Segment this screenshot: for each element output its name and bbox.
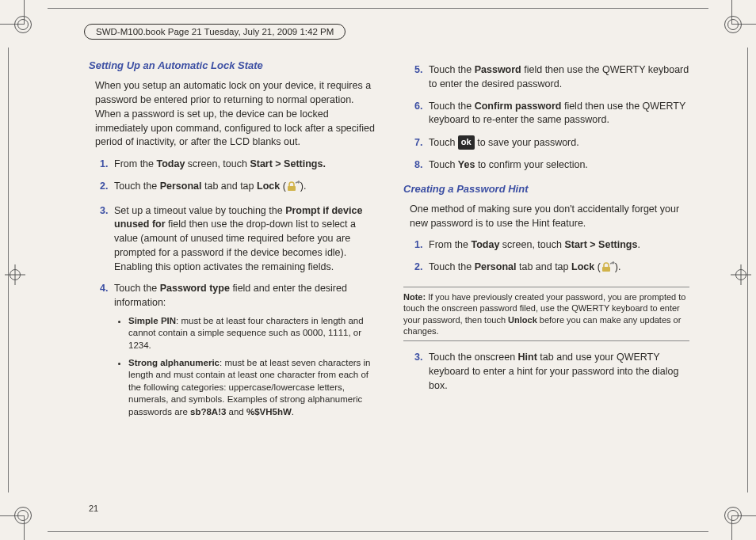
ui-label: Today bbox=[157, 158, 185, 169]
section-title: Setting Up an Automatic Lock State bbox=[89, 59, 375, 73]
ui-label: Password type bbox=[160, 283, 230, 294]
registration-mark bbox=[724, 507, 742, 524]
step-text: Touch the bbox=[429, 64, 475, 75]
ui-label: Personal bbox=[160, 181, 202, 192]
section-intro: One method of making sure you don't acci… bbox=[410, 203, 689, 231]
page: SWD-M100.book Page 21 Tuesday, July 21, … bbox=[55, 24, 701, 516]
step-item: From the Today screen, touch Start > Set… bbox=[426, 238, 689, 253]
registration-mark bbox=[14, 507, 32, 524]
sub-text: and bbox=[226, 407, 246, 416]
sub-text: . bbox=[292, 407, 294, 416]
step-text: ( bbox=[594, 261, 601, 272]
password-example: %$VH5hW bbox=[246, 407, 292, 416]
step-text: Touch the bbox=[114, 283, 160, 294]
ui-label: Simple PIN bbox=[128, 316, 176, 325]
left-column: Setting Up an Automatic Lock State When … bbox=[89, 59, 375, 426]
ui-label: Yes bbox=[458, 159, 475, 170]
sub-list: Simple PIN: must be at least four charac… bbox=[114, 315, 375, 418]
registration-cross bbox=[734, 268, 748, 282]
sub-item: Simple PIN: must be at least four charac… bbox=[128, 315, 375, 352]
step-text: ( bbox=[280, 181, 286, 192]
step-item: From the Today screen, touch Start > Set… bbox=[111, 158, 375, 172]
step-text: Touch the bbox=[429, 261, 475, 272]
right-column: Touch the Password field then use the QW… bbox=[403, 59, 689, 426]
note-label: Note: bbox=[403, 292, 426, 302]
section-intro: When you setup an automatic lock on your… bbox=[95, 79, 375, 150]
ui-label: Strong alphanumeric bbox=[128, 358, 220, 367]
steps-list-continued: Touch the Password field then use the QW… bbox=[410, 63, 689, 173]
step-item: Touch Yes to confirm your selection. bbox=[426, 158, 689, 173]
ui-label: Unlock bbox=[508, 315, 537, 325]
step-text: to save your password. bbox=[475, 137, 579, 148]
step-item: Touch the Password type field and enter … bbox=[111, 282, 375, 418]
step-text: screen, touch bbox=[499, 239, 564, 250]
step-item: Touch the onscreen Hint tab and use your… bbox=[426, 351, 689, 393]
ui-label: Lock bbox=[571, 261, 594, 272]
running-header: SWD-M100.book Page 21 Tuesday, July 21, … bbox=[84, 24, 346, 40]
step-text: tab and tap bbox=[517, 261, 572, 272]
step-text: Touch bbox=[429, 159, 458, 170]
step-text: ). bbox=[300, 181, 307, 192]
section-title: Creating a Password Hint bbox=[403, 182, 689, 196]
step-text: ). bbox=[615, 261, 621, 272]
ui-label: Hint bbox=[518, 352, 537, 363]
ui-label: Password bbox=[475, 64, 521, 75]
step-item: Touch the Confirm password field then us… bbox=[426, 100, 689, 128]
crop-line bbox=[48, 8, 708, 9]
step-item: Touch the Password field then use the QW… bbox=[426, 63, 689, 92]
step-text: Set up a timeout value by touching the bbox=[114, 205, 285, 216]
step-text: From the bbox=[114, 158, 157, 169]
lock-icon bbox=[601, 261, 615, 277]
note-block: Note: If you have previously created you… bbox=[403, 287, 689, 341]
step-item: Touch the Personal tab and tap Lock (). bbox=[426, 260, 689, 277]
svg-rect-0 bbox=[288, 186, 296, 191]
step-item: Set up a timeout value by touching the P… bbox=[111, 204, 375, 275]
ui-label: Lock bbox=[257, 181, 280, 192]
step-item: Touch the Personal tab and tap Lock (). bbox=[111, 180, 375, 196]
step-text: to confirm your selection. bbox=[475, 159, 587, 170]
password-example: sb?8A!3 bbox=[190, 407, 226, 416]
ui-label: Today bbox=[472, 239, 500, 250]
page-number: 21 bbox=[89, 504, 98, 513]
ui-label: Personal bbox=[475, 261, 517, 272]
steps-list: From the Today screen, touch Start > Set… bbox=[95, 158, 375, 418]
registration-cross bbox=[8, 268, 22, 282]
crop-line bbox=[48, 531, 708, 532]
sub-item: Strong alphanumeric: must be at least se… bbox=[128, 357, 375, 419]
page-body: Setting Up an Automatic Lock State When … bbox=[55, 40, 701, 426]
step-text: . bbox=[637, 239, 640, 250]
step-text: Touch the onscreen bbox=[429, 352, 518, 363]
step-text: tab and tap bbox=[202, 181, 258, 192]
ui-label: Start > Settings. bbox=[250, 158, 326, 169]
step-text: screen, touch bbox=[185, 158, 250, 169]
ok-button-icon: ok bbox=[458, 135, 475, 150]
ui-label: Confirm password bbox=[475, 101, 562, 112]
step-text: From the bbox=[429, 239, 472, 250]
registration-mark bbox=[724, 16, 742, 33]
step-text: Touch the bbox=[114, 181, 160, 192]
ui-label: Start > Settings bbox=[564, 239, 637, 250]
svg-rect-1 bbox=[602, 267, 610, 272]
steps-list-hint-continued: Touch the onscreen Hint tab and use your… bbox=[410, 351, 689, 393]
steps-list-hint: From the Today screen, touch Start > Set… bbox=[410, 238, 689, 277]
step-text: Touch bbox=[429, 137, 458, 148]
step-text: Touch the bbox=[429, 101, 475, 112]
step-item: Touch ok to save your password. bbox=[426, 135, 689, 150]
registration-mark bbox=[14, 16, 32, 33]
lock-icon bbox=[286, 181, 300, 196]
